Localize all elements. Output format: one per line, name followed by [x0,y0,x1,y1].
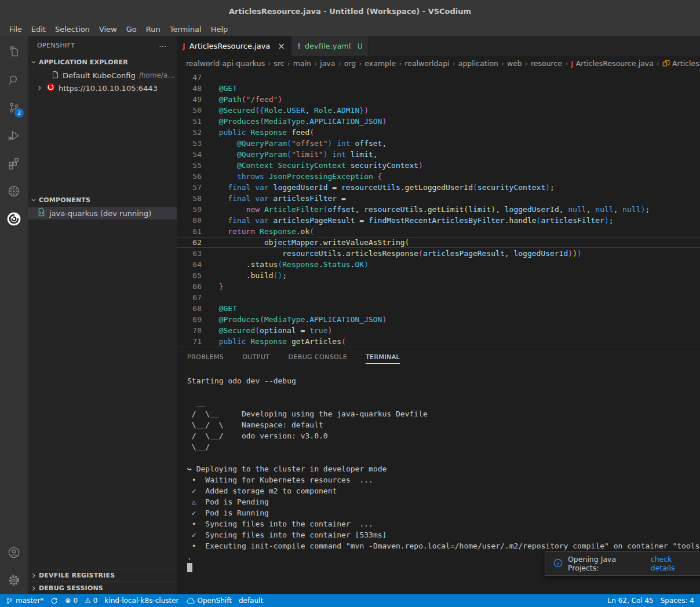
code-line[interactable]: 53 @QueryParam("offset") int offset, [177,138,700,149]
menu-item-view[interactable]: View [94,25,122,34]
search-icon[interactable] [0,66,28,94]
status-item-namespace[interactable]: default [235,597,267,605]
code-text: @GET [202,303,237,314]
code-text: @Secured({Role.USER, Role.ADMIN}) [202,105,369,116]
account-icon[interactable] [0,539,28,566]
explorer-icon[interactable] [0,38,28,66]
tab-articlesresource-java[interactable]: J ArticlesResource.java × [177,36,291,56]
code-line[interactable]: 59 new ArticleFilter(offset, resourceUti… [177,204,700,215]
tree-item-kubeconfig[interactable]: Default KubeConfig /home/aso... [28,69,177,82]
breadcrumb-item[interactable]: resource [531,59,562,68]
breadcrumb-item[interactable]: JArticlesResource.java [571,59,654,68]
status-item-indentation[interactable]: Spaces: 4 [657,597,698,605]
line-number: 64 [177,259,202,270]
breadcrumb-item[interactable]: application [458,59,498,68]
run-debug-icon[interactable] [0,122,28,149]
breadcrumb-separator: › [655,59,661,68]
code-line[interactable]: 58 final var articlesFilter = [177,193,700,204]
code-line[interactable]: 64 .status(Response.Status.OK) [177,259,700,270]
status-item-warnings[interactable]: ⚠0 [81,597,101,605]
breadcrumb-item[interactable]: realworld-api-quarkus [186,59,265,68]
breadcrumb-item[interactable]: web [507,59,522,68]
status-item-openshift[interactable]: OpenShift [183,597,235,605]
code-line[interactable]: 63 resourceUtils.articlesResponse(articl… [177,248,700,259]
code-line[interactable]: 66 } [177,281,700,292]
source-control-icon[interactable]: 2 [0,94,28,122]
code-line[interactable]: 49 @Path("/feed") [177,94,700,105]
panel-tab-bar: PROBLEMSOUTPUTDEBUG CONSOLETERMINAL [177,346,700,367]
breadcrumb-item[interactable]: example [364,59,396,68]
status-item-errors[interactable]: ⊗0 [61,597,81,605]
section-debug-sessions[interactable]: DEBUG SESSIONS [28,582,177,594]
code-line[interactable]: 71 public Response getArticles( [177,336,700,346]
panel-tab-problems[interactable]: PROBLEMS [187,350,224,364]
close-icon[interactable]: × [278,41,285,52]
code-line[interactable]: 57 final var loggedUserId = resourceUtil… [177,182,700,193]
code-line[interactable]: 47 [177,72,700,83]
check-details-link[interactable]: check details [651,555,696,572]
code-line[interactable]: 54 @QueryParam("limit") int limit, [177,149,700,160]
code-line[interactable]: 51 @Produces(MediaType.APPLICATION_JSON) [177,116,700,127]
code-line[interactable]: 70 @Secured(optional = true) [177,325,700,336]
code-line[interactable]: 60 final var articlesPageResult = findMo… [177,215,700,226]
code-line[interactable]: 67 [177,292,700,303]
breadcrumb-item[interactable]: realworldapi [404,59,449,68]
settings-gear-icon[interactable] [0,566,28,594]
line-number: 60 [177,215,202,226]
code-line[interactable]: 48 @GET [177,83,700,94]
code-line[interactable]: 65 .build(); [177,270,700,281]
breadcrumb-item[interactable]: java [320,59,335,68]
section-devfile-registries[interactable]: DEVFILE REGISTRIES [28,569,177,582]
breadcrumb-separator: › [358,59,363,68]
kubernetes-icon[interactable] [0,177,28,205]
menu-item-selection[interactable]: Selection [50,25,94,34]
tree-item-component[interactable]: java-quarkus (dev running) [28,207,177,220]
breadcrumb-item[interactable]: ArticlesResource [662,59,700,68]
extensions-icon[interactable] [0,149,28,177]
line-number: 54 [177,149,202,160]
code-line[interactable]: 56 throws JsonProcessingException { [177,171,700,182]
menu-item-go[interactable]: Go [122,25,141,34]
line-number: 47 [177,72,202,83]
code-line[interactable]: 55 @Context SecurityContext securityCont… [177,160,700,171]
kubeconfig-path: /home/aso... [139,71,177,79]
menu-item-help[interactable]: Help [206,25,233,34]
terminal-line: / \__ Developing using the java-quarkus … [187,408,700,419]
code-editor[interactable]: 4748 @GET49 @Path("/feed")50 @Secured({R… [177,71,700,346]
vscodium-window: ArticlesResource.java - Untitled (Worksp… [0,0,700,607]
panel-tab-debug-console[interactable]: DEBUG CONSOLE [288,350,347,364]
panel-tab-output[interactable]: OUTPUT [242,350,269,364]
java-file-icon: J [183,42,185,50]
section-application-explorer[interactable]: APPLICATION EXPLORER [28,55,177,69]
breadcrumb-item[interactable]: org [344,59,356,68]
openshift-icon[interactable] [0,205,28,233]
menu-item-edit[interactable]: Edit [27,25,50,34]
code-line[interactable]: 62 objectMapper.writeValueAsString( [177,237,700,248]
breadcrumb-item[interactable]: src [274,59,284,68]
status-item-sync[interactable] [47,597,61,605]
warning-icon: ⚠ [85,597,91,605]
panel-tab-terminal[interactable]: TERMINAL [366,350,400,364]
breadcrumb-item[interactable]: main [293,59,311,68]
tab-devfile-yaml[interactable]: ! devfile.yaml U [291,36,369,56]
code-line[interactable]: 68 @GET [177,303,700,314]
menu-item-terminal[interactable]: Terminal [165,25,206,34]
tree-item-cluster[interactable]: https://10.10.10.105:6443 [28,82,177,94]
code-line[interactable]: 61 return Response.ok( [177,226,700,237]
line-number: 53 [177,138,202,149]
breadcrumb-separator: › [313,59,318,68]
code-line[interactable]: 50 @Secured({Role.USER, Role.ADMIN}) [177,105,700,116]
more-actions-icon[interactable]: ⋯ [159,41,167,50]
menu-item-run[interactable]: Run [141,25,165,34]
line-number: 68 [177,303,202,314]
status-item-git-branch[interactable]: master* [2,597,47,605]
notification-toast[interactable]: Opening Java Projects: check details [545,551,700,576]
java-file-icon: J [571,60,573,68]
code-line[interactable]: 69 @Produces(MediaType.APPLICATION_JSON) [177,314,700,325]
code-line[interactable]: 52 public Response feed( [177,127,700,138]
status-item-cursor-position[interactable]: Ln 62, Col 45 [604,597,657,605]
section-components[interactable]: COMPONENTS [28,193,177,207]
status-item-cluster-context[interactable]: kind-local-k8s-cluster [101,597,182,605]
code-text: @Secured(optional = true) [202,325,332,336]
menu-item-file[interactable]: File [5,25,27,34]
